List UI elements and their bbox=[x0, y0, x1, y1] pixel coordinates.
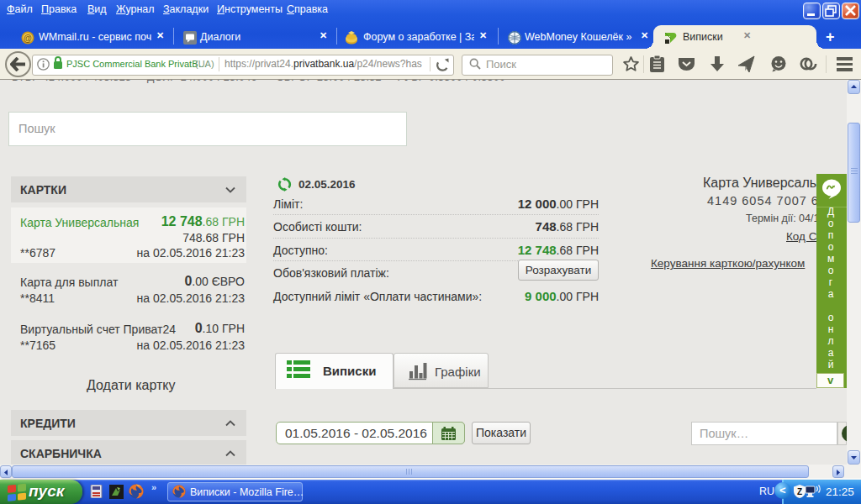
svg-text:Z: Z bbox=[797, 487, 802, 496]
svg-text:@: @ bbox=[24, 34, 32, 43]
